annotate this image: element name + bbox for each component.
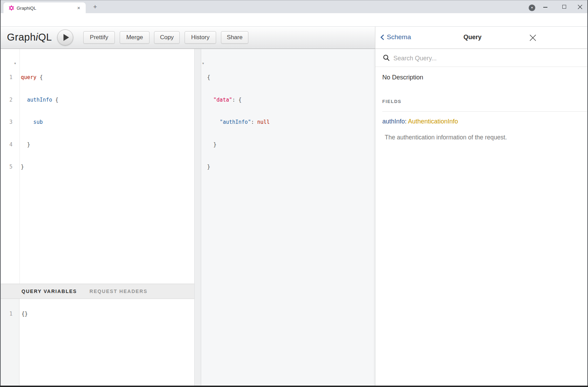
- tab-query-variables[interactable]: QUERY VARIABLES: [22, 289, 77, 294]
- code-line: }: [21, 163, 58, 171]
- line-number: 5: [0, 163, 12, 171]
- docs-back-label: Schema: [387, 33, 411, 41]
- fold-arrow-icon[interactable]: ▾: [14, 60, 16, 67]
- code-token: }: [207, 141, 216, 148]
- code-line: }: [207, 141, 270, 149]
- code-token: query: [21, 74, 36, 80]
- copy-button[interactable]: Copy: [154, 31, 180, 44]
- docs-header: Query Schema: [375, 27, 588, 49]
- share-button[interactable]: Share: [221, 31, 248, 44]
- fold-arrow-icon[interactable]: ▾: [202, 60, 204, 67]
- code-line: "authInfo": null: [207, 119, 270, 126]
- code-token: authInfo: [21, 97, 52, 103]
- code-token: sub: [21, 119, 43, 125]
- variables-code[interactable]: {}: [22, 310, 28, 318]
- code-token: [207, 119, 220, 125]
- code-token: {: [36, 74, 43, 80]
- browser-tab[interactable]: GraphiQL ×: [3, 2, 86, 14]
- code-token: [207, 97, 213, 103]
- graphiql-favicon: [9, 5, 14, 11]
- gutter-divider: [19, 49, 20, 284]
- docs-back-button[interactable]: Schema: [380, 33, 411, 41]
- docs-search-input[interactable]: [393, 52, 561, 64]
- search-icon: [383, 54, 390, 63]
- history-button[interactable]: History: [185, 31, 216, 44]
- docs-search-row: [375, 49, 588, 67]
- variables-title-bar: QUERY VARIABLES REQUEST HEADERS: [0, 284, 194, 299]
- tab-search-button[interactable]: ▾: [529, 5, 535, 11]
- line-number: 2: [0, 96, 12, 104]
- code-line: "data": {: [207, 96, 270, 104]
- chevron-left-icon: [380, 34, 384, 40]
- line-number: 3: [0, 119, 12, 126]
- execute-button[interactable]: [57, 29, 73, 45]
- code-line: authInfo {: [21, 96, 58, 104]
- code-token: }: [21, 141, 30, 148]
- code-token: {: [207, 74, 210, 80]
- code-token: :: [251, 119, 257, 125]
- pane-resize-divider[interactable]: [194, 49, 201, 386]
- minimize-button[interactable]: [543, 7, 547, 8]
- browser-window: GraphiQL × + ▾ ← → ↻ ⓘ localhost:3000/gr…: [0, 0, 588, 387]
- code-token: "authInfo": [220, 119, 251, 125]
- window-frame-edge: [0, 0, 1, 387]
- code-token: null: [257, 119, 270, 125]
- line-numbers: 1 2 3 4 5: [0, 59, 12, 186]
- field-name-link[interactable]: authInfo: [382, 118, 405, 125]
- tab-strip: GraphiQL × + ▾: [0, 0, 588, 13]
- close-icon: [529, 34, 537, 42]
- field-colon: :: [405, 118, 407, 125]
- window-close-button[interactable]: [577, 4, 583, 10]
- docs-no-description: No Description: [382, 74, 423, 81]
- code-line: {: [207, 74, 270, 81]
- new-tab-button[interactable]: +: [91, 3, 99, 11]
- field-type-link[interactable]: AuthenticationInfo: [408, 118, 458, 125]
- result-code: { "data": { "authInfo": null } }: [207, 59, 270, 186]
- code-token: : {: [232, 97, 241, 103]
- code-token: }: [207, 164, 210, 170]
- line-number: 1: [0, 310, 12, 318]
- docs-fields-header: FIELDS: [382, 99, 401, 104]
- code-token: }: [21, 164, 24, 170]
- code-line: }: [21, 141, 58, 149]
- tab-close-icon[interactable]: ×: [75, 5, 82, 11]
- variables-editor[interactable]: 1 {}: [0, 299, 194, 386]
- merge-button[interactable]: Merge: [120, 31, 150, 44]
- line-number: 1: [0, 74, 12, 81]
- code-token: "data": [213, 97, 232, 103]
- line-number: 4: [0, 141, 12, 149]
- maximize-button[interactable]: [562, 5, 566, 9]
- result-viewer: ▾ { "data": { "authInfo": null } }: [201, 49, 375, 386]
- query-code[interactable]: query { authInfo { sub } }: [21, 59, 58, 186]
- field-description: The authentication information of the re…: [385, 134, 507, 141]
- graphiql-logo: GraphiQL: [7, 32, 52, 43]
- code-token: {: [52, 97, 58, 103]
- window-frame-edge: [0, 386, 588, 387]
- code-line: sub: [21, 119, 58, 126]
- docs-close-button[interactable]: [529, 34, 537, 42]
- address-bar: ← → ↻ ⓘ localhost:3000/graphql ☆ uO P: [0, 13, 588, 27]
- play-icon: [63, 34, 69, 41]
- tab-title: GraphiQL: [17, 6, 36, 11]
- docs-field-row: authInfo: AuthenticationInfo: [382, 118, 458, 125]
- docs-divider: [382, 111, 588, 112]
- tab-request-headers[interactable]: REQUEST HEADERS: [90, 289, 147, 294]
- query-editor[interactable]: 1 2 3 4 5 ▾ query { authInfo { sub } }: [0, 49, 194, 284]
- docs-panel: No Description FIELDS authInfo: Authenti…: [375, 49, 588, 386]
- prettify-button[interactable]: Prettify: [83, 31, 115, 44]
- code-line: query {: [21, 74, 58, 81]
- code-line: }: [207, 163, 270, 171]
